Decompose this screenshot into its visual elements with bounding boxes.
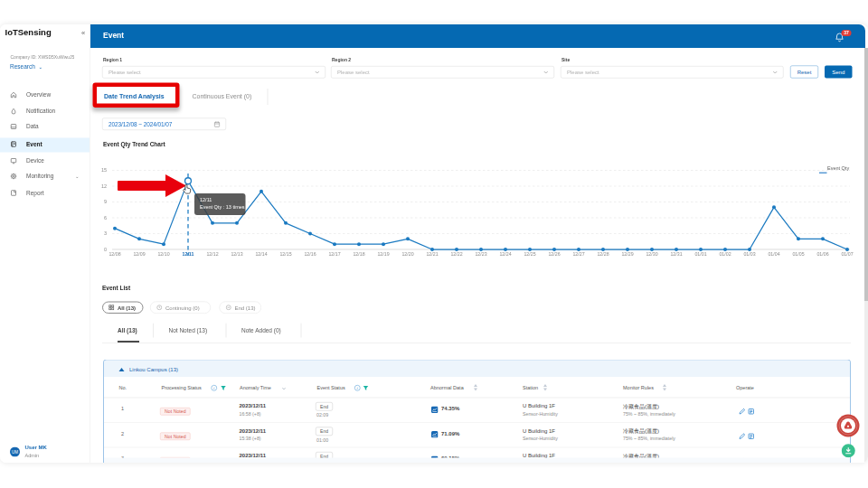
svg-text:12/20: 12/20 — [401, 251, 413, 257]
svg-text:12/26: 12/26 — [548, 251, 560, 257]
svg-text:0: 0 — [104, 247, 107, 252]
svg-text:12/18: 12/18 — [353, 251, 364, 257]
svg-text:01/03: 01/03 — [743, 251, 755, 257]
svg-text:15: 15 — [101, 167, 107, 173]
svg-text:12: 12 — [101, 183, 107, 189]
svg-text:12/15: 12/15 — [279, 251, 291, 257]
svg-text:12/13: 12/13 — [231, 251, 242, 257]
svg-text:12/21: 12/21 — [426, 251, 438, 257]
svg-text:12/08: 12/08 — [108, 251, 120, 257]
svg-text:12/14: 12/14 — [255, 251, 267, 257]
svg-text:Event Qty : 13 times: Event Qty : 13 times — [200, 204, 245, 210]
svg-text:12/30: 12/30 — [646, 251, 657, 257]
svg-text:01/07: 01/07 — [841, 251, 853, 257]
svg-text:12/29: 12/29 — [621, 251, 633, 257]
svg-text:12/22: 12/22 — [450, 251, 462, 257]
svg-text:01/06: 01/06 — [816, 251, 828, 257]
svg-text:01/05: 01/05 — [792, 251, 804, 257]
svg-text:3: 3 — [104, 230, 107, 236]
svg-text:12/12: 12/12 — [206, 251, 218, 257]
svg-text:01/02: 01/02 — [719, 251, 731, 257]
svg-text:12/28: 12/28 — [597, 251, 609, 257]
svg-text:01/01: 01/01 — [694, 251, 706, 257]
svg-text:12/09: 12/09 — [133, 251, 145, 257]
svg-text:12/17: 12/17 — [328, 251, 340, 257]
svg-text:6: 6 — [104, 215, 107, 221]
svg-text:12/24: 12/24 — [499, 251, 511, 257]
svg-text:9: 9 — [104, 199, 107, 204]
svg-text:12/16: 12/16 — [304, 251, 316, 257]
svg-text:12/25: 12/25 — [524, 251, 535, 257]
svg-text:12/27: 12/27 — [572, 251, 584, 257]
svg-text:12/19: 12/19 — [377, 251, 389, 257]
svg-text:12/31: 12/31 — [670, 251, 682, 257]
svg-text:01/04: 01/04 — [768, 251, 779, 257]
svg-text:12/10: 12/10 — [157, 251, 169, 257]
svg-text:12/23: 12/23 — [475, 251, 486, 257]
svg-text:12/11: 12/11 — [200, 197, 212, 202]
